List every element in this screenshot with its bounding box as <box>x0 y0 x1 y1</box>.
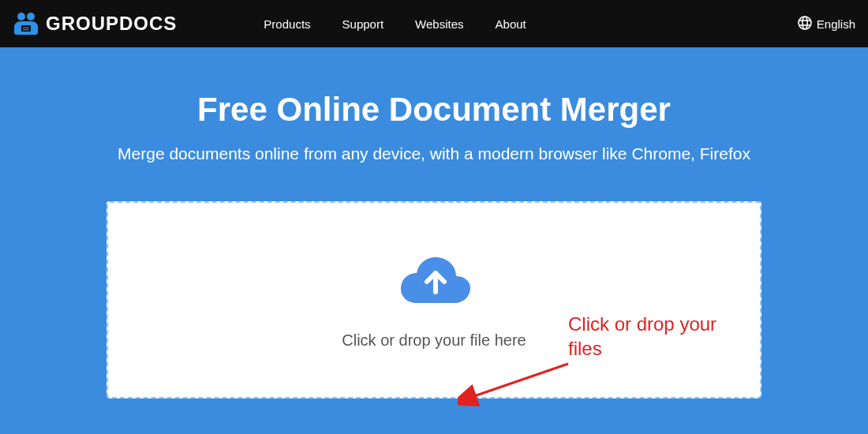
groupdocs-icon <box>13 12 39 36</box>
file-dropzone[interactable]: Click or drop your file here <box>107 201 761 398</box>
nav-websites[interactable]: Websites <box>415 17 463 31</box>
language-selector[interactable]: English <box>798 16 855 32</box>
svg-rect-3 <box>23 28 29 28</box>
dropzone-instruction: Click or drop your file here <box>342 331 526 350</box>
upload-cloud-icon <box>395 251 473 309</box>
globe-icon <box>798 16 812 32</box>
svg-rect-4 <box>23 29 29 30</box>
nav-about[interactable]: About <box>496 17 526 31</box>
brand-name: GROUPDOCS <box>46 13 177 35</box>
svg-point-0 <box>17 13 25 21</box>
svg-rect-2 <box>21 25 31 32</box>
svg-point-5 <box>799 17 811 29</box>
main-nav: Products Support Websites About <box>264 17 526 31</box>
svg-point-6 <box>803 17 807 29</box>
nav-products[interactable]: Products <box>264 17 310 31</box>
brand-logo[interactable]: GROUPDOCS <box>13 12 177 36</box>
svg-point-1 <box>27 13 35 21</box>
language-label: English <box>817 17 855 31</box>
hero-section: Free Online Document Merger Merge docume… <box>0 47 868 434</box>
nav-support[interactable]: Support <box>342 17 384 31</box>
page-subtitle: Merge documents online from any device, … <box>0 144 868 163</box>
page-title: Free Online Document Merger <box>0 91 868 129</box>
top-header: GROUPDOCS Products Support Websites Abou… <box>0 0 868 47</box>
